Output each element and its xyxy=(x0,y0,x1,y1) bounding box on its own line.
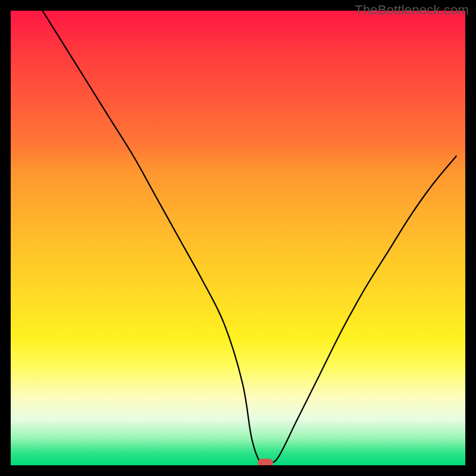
watermark-text: TheBottleneck.com xyxy=(355,2,469,18)
bottleneck-marker xyxy=(258,459,273,467)
bottleneck-curve xyxy=(11,11,465,465)
